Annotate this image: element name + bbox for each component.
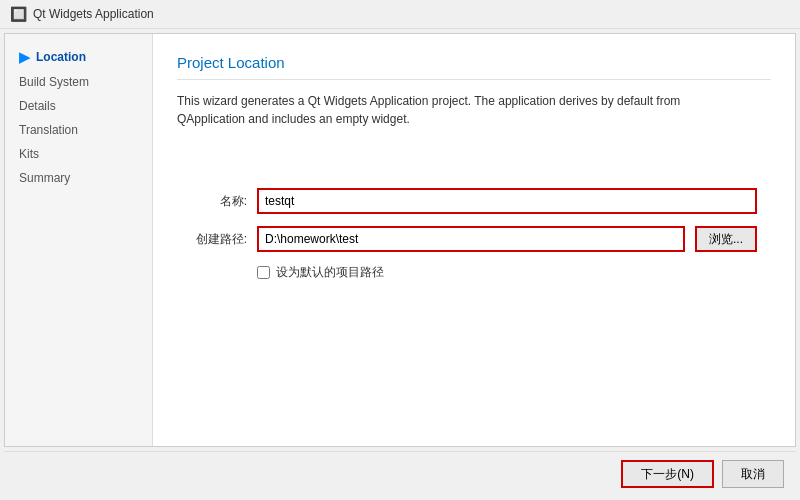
sidebar-item-location[interactable]: ▶ Location bbox=[5, 44, 152, 70]
form-area: 名称: 创建路径: 浏览... 设为默认的项目路径 bbox=[177, 188, 757, 281]
sidebar-item-summary[interactable]: Summary bbox=[5, 166, 152, 190]
app-title: Qt Widgets Application bbox=[33, 7, 154, 21]
footer: 下一步(N) 取消 bbox=[4, 451, 796, 496]
arrow-icon: ▶ bbox=[19, 49, 30, 65]
browse-button[interactable]: 浏览... bbox=[695, 226, 757, 252]
sidebar-item-details[interactable]: Details bbox=[5, 94, 152, 118]
qt-icon: 🔲 bbox=[10, 6, 27, 22]
path-label: 创建路径: bbox=[177, 231, 247, 248]
cancel-button[interactable]: 取消 bbox=[722, 460, 784, 488]
path-input[interactable] bbox=[257, 226, 685, 252]
default-path-row: 设为默认的项目路径 bbox=[257, 264, 757, 281]
sidebar-location-label: Location bbox=[36, 50, 86, 64]
main-dialog: ▶ Location Build System Details Translat… bbox=[4, 33, 796, 447]
path-row: 创建路径: 浏览... bbox=[177, 226, 757, 252]
title-bar: 🔲 Qt Widgets Application bbox=[0, 0, 800, 29]
sidebar-item-kits[interactable]: Kits bbox=[5, 142, 152, 166]
sidebar-summary-label: Summary bbox=[19, 171, 70, 185]
default-path-checkbox[interactable] bbox=[257, 266, 270, 279]
next-button[interactable]: 下一步(N) bbox=[621, 460, 714, 488]
name-label: 名称: bbox=[177, 193, 247, 210]
default-path-label: 设为默认的项目路径 bbox=[276, 264, 384, 281]
content-area: Project Location This wizard generates a… bbox=[153, 34, 795, 446]
sidebar: ▶ Location Build System Details Translat… bbox=[5, 34, 153, 446]
sidebar-item-build-system[interactable]: Build System bbox=[5, 70, 152, 94]
name-row: 名称: bbox=[177, 188, 757, 214]
description: This wizard generates a Qt Widgets Appli… bbox=[177, 92, 727, 128]
sidebar-details-label: Details bbox=[19, 99, 56, 113]
sidebar-translation-label: Translation bbox=[19, 123, 78, 137]
name-input[interactable] bbox=[257, 188, 757, 214]
sidebar-kits-label: Kits bbox=[19, 147, 39, 161]
sidebar-build-label: Build System bbox=[19, 75, 89, 89]
sidebar-item-translation[interactable]: Translation bbox=[5, 118, 152, 142]
content-title: Project Location bbox=[177, 54, 771, 80]
